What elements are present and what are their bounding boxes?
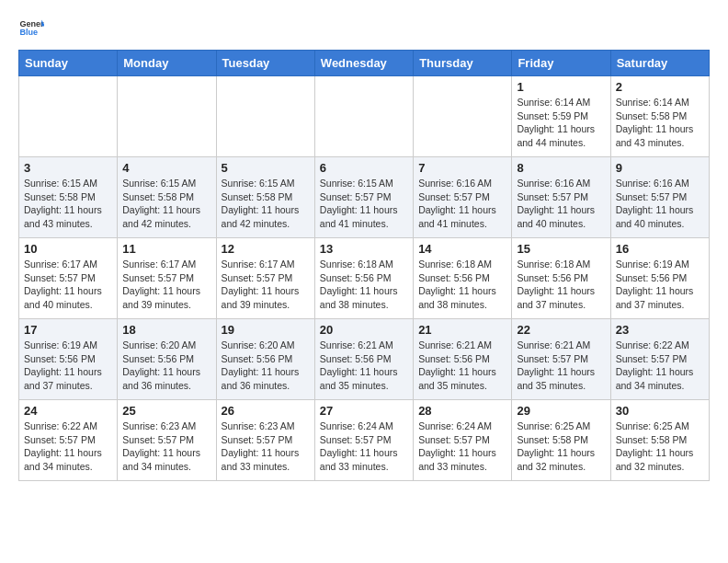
day-number: 1: [517, 80, 605, 94]
day-info: Sunrise: 6:25 AMSunset: 5:58 PMDaylight:…: [517, 419, 605, 474]
calendar-cell: 11Sunrise: 6:17 AMSunset: 5:57 PMDayligh…: [118, 238, 216, 319]
calendar-week-2: 3Sunrise: 6:15 AMSunset: 5:58 PMDaylight…: [19, 157, 710, 238]
logo: General Blue: [18, 15, 48, 40]
day-number: 12: [222, 242, 310, 256]
header: General Blue: [18, 15, 710, 40]
day-number: 20: [320, 323, 408, 337]
day-number: 8: [517, 161, 605, 175]
day-info: Sunrise: 6:18 AMSunset: 5:56 PMDaylight:…: [320, 258, 408, 312]
day-info: Sunrise: 6:19 AMSunset: 5:56 PMDaylight:…: [616, 258, 704, 312]
calendar-week-1: 1Sunrise: 6:14 AMSunset: 5:59 PMDaylight…: [19, 76, 710, 157]
calendar-cell: 2Sunrise: 6:14 AMSunset: 5:58 PMDaylight…: [610, 76, 709, 157]
calendar-cell: 17Sunrise: 6:19 AMSunset: 5:56 PMDayligh…: [19, 319, 118, 400]
day-number: 7: [418, 161, 506, 175]
day-info: Sunrise: 6:18 AMSunset: 5:56 PMDaylight:…: [418, 258, 506, 312]
day-info: Sunrise: 6:19 AMSunset: 5:56 PMDaylight:…: [24, 339, 112, 393]
day-number: 11: [122, 242, 210, 256]
weekday-header-sunday: Sunday: [19, 51, 118, 76]
svg-text:Blue: Blue: [19, 28, 38, 37]
day-info: Sunrise: 6:16 AMSunset: 5:57 PMDaylight:…: [418, 177, 506, 231]
day-info: Sunrise: 6:14 AMSunset: 5:59 PMDaylight:…: [517, 96, 605, 150]
day-number: 13: [320, 242, 408, 256]
logo-icon: General Blue: [18, 15, 44, 40]
calendar-cell: 8Sunrise: 6:16 AMSunset: 5:57 PMDaylight…: [512, 157, 610, 238]
day-number: 18: [122, 323, 210, 337]
svg-text:General: General: [19, 19, 44, 29]
page: General Blue SundayMondayTuesdayWednesda…: [0, 0, 728, 496]
day-number: 3: [24, 161, 112, 175]
calendar-cell: 30Sunrise: 6:25 AMSunset: 5:58 PMDayligh…: [610, 400, 709, 481]
day-info: Sunrise: 6:20 AMSunset: 5:56 PMDaylight:…: [122, 339, 210, 393]
day-number: 29: [517, 404, 605, 418]
calendar-cell: 14Sunrise: 6:18 AMSunset: 5:56 PMDayligh…: [414, 238, 512, 319]
day-info: Sunrise: 6:21 AMSunset: 5:56 PMDaylight:…: [320, 339, 408, 393]
calendar-cell: 26Sunrise: 6:23 AMSunset: 5:57 PMDayligh…: [216, 400, 314, 481]
calendar-week-4: 17Sunrise: 6:19 AMSunset: 5:56 PMDayligh…: [19, 319, 710, 400]
calendar-cell: 9Sunrise: 6:16 AMSunset: 5:57 PMDaylight…: [610, 157, 709, 238]
day-number: 28: [418, 404, 506, 418]
calendar-cell: 28Sunrise: 6:24 AMSunset: 5:57 PMDayligh…: [414, 400, 512, 481]
calendar-cell: 15Sunrise: 6:18 AMSunset: 5:56 PMDayligh…: [512, 238, 610, 319]
calendar-cell: 3Sunrise: 6:15 AMSunset: 5:58 PMDaylight…: [19, 157, 118, 238]
calendar-cell: 25Sunrise: 6:23 AMSunset: 5:57 PMDayligh…: [118, 400, 216, 481]
day-number: 27: [320, 404, 408, 418]
day-number: 30: [616, 404, 704, 418]
calendar-cell: 10Sunrise: 6:17 AMSunset: 5:57 PMDayligh…: [19, 238, 118, 319]
day-number: 19: [222, 323, 310, 337]
day-info: Sunrise: 6:17 AMSunset: 5:57 PMDaylight:…: [222, 258, 310, 312]
calendar-cell: [118, 76, 216, 157]
calendar-cell: [414, 76, 512, 157]
day-number: 25: [122, 404, 210, 418]
calendar-cell: 29Sunrise: 6:25 AMSunset: 5:58 PMDayligh…: [512, 400, 610, 481]
calendar-cell: 19Sunrise: 6:20 AMSunset: 5:56 PMDayligh…: [216, 319, 314, 400]
calendar-header-row: SundayMondayTuesdayWednesdayThursdayFrid…: [19, 51, 710, 76]
calendar-cell: 1Sunrise: 6:14 AMSunset: 5:59 PMDaylight…: [512, 76, 610, 157]
day-info: Sunrise: 6:15 AMSunset: 5:58 PMDaylight:…: [222, 177, 310, 231]
day-info: Sunrise: 6:16 AMSunset: 5:57 PMDaylight:…: [517, 177, 605, 231]
weekday-header-thursday: Thursday: [414, 51, 512, 76]
weekday-header-friday: Friday: [512, 51, 610, 76]
weekday-header-wednesday: Wednesday: [314, 51, 413, 76]
day-info: Sunrise: 6:17 AMSunset: 5:57 PMDaylight:…: [24, 258, 112, 312]
day-info: Sunrise: 6:22 AMSunset: 5:57 PMDaylight:…: [616, 339, 704, 393]
day-number: 17: [24, 323, 112, 337]
day-number: 24: [24, 404, 112, 418]
day-number: 26: [222, 404, 310, 418]
day-info: Sunrise: 6:21 AMSunset: 5:57 PMDaylight:…: [517, 339, 605, 393]
calendar-cell: 18Sunrise: 6:20 AMSunset: 5:56 PMDayligh…: [118, 319, 216, 400]
calendar-cell: 4Sunrise: 6:15 AMSunset: 5:58 PMDaylight…: [118, 157, 216, 238]
calendar-cell: 13Sunrise: 6:18 AMSunset: 5:56 PMDayligh…: [314, 238, 413, 319]
weekday-header-tuesday: Tuesday: [216, 51, 314, 76]
calendar-table: SundayMondayTuesdayWednesdayThursdayFrid…: [18, 50, 710, 481]
calendar-cell: 21Sunrise: 6:21 AMSunset: 5:56 PMDayligh…: [414, 319, 512, 400]
day-info: Sunrise: 6:17 AMSunset: 5:57 PMDaylight:…: [122, 258, 210, 312]
day-number: 22: [517, 323, 605, 337]
weekday-header-monday: Monday: [118, 51, 216, 76]
day-info: Sunrise: 6:23 AMSunset: 5:57 PMDaylight:…: [122, 419, 210, 474]
day-info: Sunrise: 6:22 AMSunset: 5:57 PMDaylight:…: [24, 419, 112, 474]
calendar-cell: 7Sunrise: 6:16 AMSunset: 5:57 PMDaylight…: [414, 157, 512, 238]
calendar-cell: 20Sunrise: 6:21 AMSunset: 5:56 PMDayligh…: [314, 319, 413, 400]
day-info: Sunrise: 6:15 AMSunset: 5:58 PMDaylight:…: [122, 177, 210, 231]
day-number: 6: [320, 161, 408, 175]
calendar-cell: 6Sunrise: 6:15 AMSunset: 5:57 PMDaylight…: [314, 157, 413, 238]
calendar-cell: 24Sunrise: 6:22 AMSunset: 5:57 PMDayligh…: [19, 400, 118, 481]
day-info: Sunrise: 6:15 AMSunset: 5:57 PMDaylight:…: [320, 177, 408, 231]
day-info: Sunrise: 6:25 AMSunset: 5:58 PMDaylight:…: [616, 419, 704, 474]
day-info: Sunrise: 6:14 AMSunset: 5:58 PMDaylight:…: [616, 96, 704, 150]
calendar-cell: 27Sunrise: 6:24 AMSunset: 5:57 PMDayligh…: [314, 400, 413, 481]
calendar-cell: 5Sunrise: 6:15 AMSunset: 5:58 PMDaylight…: [216, 157, 314, 238]
day-number: 15: [517, 242, 605, 256]
day-info: Sunrise: 6:18 AMSunset: 5:56 PMDaylight:…: [517, 258, 605, 312]
weekday-header-saturday: Saturday: [610, 51, 709, 76]
calendar-cell: [216, 76, 314, 157]
day-number: 21: [418, 323, 506, 337]
day-info: Sunrise: 6:21 AMSunset: 5:56 PMDaylight:…: [418, 339, 506, 393]
day-number: 16: [616, 242, 704, 256]
day-info: Sunrise: 6:24 AMSunset: 5:57 PMDaylight:…: [320, 419, 408, 474]
day-info: Sunrise: 6:20 AMSunset: 5:56 PMDaylight:…: [222, 339, 310, 393]
day-info: Sunrise: 6:23 AMSunset: 5:57 PMDaylight:…: [222, 419, 310, 474]
calendar-cell: [19, 76, 118, 157]
day-info: Sunrise: 6:15 AMSunset: 5:58 PMDaylight:…: [24, 177, 112, 231]
calendar-cell: 23Sunrise: 6:22 AMSunset: 5:57 PMDayligh…: [610, 319, 709, 400]
